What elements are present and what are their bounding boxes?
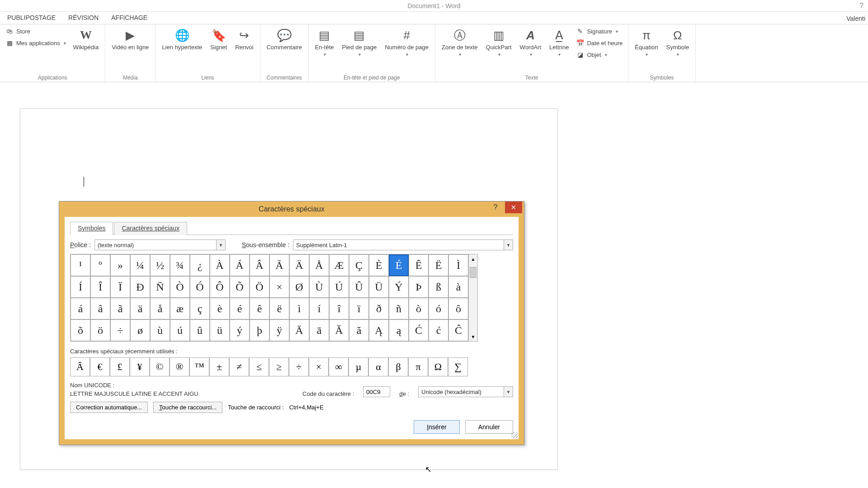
char-cell[interactable]: ã (110, 298, 130, 319)
char-cell[interactable]: Þ (409, 276, 429, 298)
recent-char-cell[interactable]: ¥ (130, 357, 150, 376)
char-cell[interactable]: á (71, 298, 90, 319)
dropcap-button[interactable]: A̲ Lettrine (547, 26, 571, 58)
char-cell[interactable]: Ê (409, 254, 429, 276)
recent-char-cell[interactable]: ™ (189, 357, 209, 376)
char-cell[interactable]: ñ (389, 298, 409, 319)
char-cell[interactable]: É (389, 254, 409, 276)
recent-char-cell[interactable]: € (90, 357, 110, 376)
char-cell[interactable]: Ý (389, 276, 409, 298)
recent-char-cell[interactable]: α (368, 357, 388, 376)
comment-button[interactable]: 💬 Commentaire (264, 26, 305, 52)
recent-char-cell[interactable]: ∑ (448, 357, 468, 376)
char-cell[interactable]: Å (309, 254, 329, 276)
recent-char-cell[interactable]: Â (70, 357, 90, 376)
char-cell[interactable]: ā (309, 319, 329, 341)
autocorrect-button[interactable]: Correction automatique... (70, 402, 148, 413)
recent-char-cell[interactable]: ∞ (329, 357, 349, 376)
char-cell[interactable]: ¿ (190, 254, 210, 276)
char-cell[interactable]: Ù (309, 276, 329, 298)
char-cell[interactable]: ¼ (130, 254, 150, 276)
char-cell[interactable]: é (230, 298, 250, 319)
datetime-button[interactable]: 📅Date et heure (574, 38, 624, 48)
tab-affichage[interactable]: AFFICHAGE (105, 12, 154, 24)
char-cell[interactable]: þ (250, 319, 269, 341)
char-cell[interactable]: Û (349, 276, 369, 298)
char-cell[interactable]: ø (130, 319, 150, 341)
from-combo[interactable]: Unicode (hexadécimal) ▼ (418, 386, 513, 397)
store-button[interactable]: 🛍Store (4, 26, 68, 36)
char-cell[interactable]: Ã (269, 254, 289, 276)
chevron-down-icon[interactable]: ▼ (216, 240, 225, 250)
char-cell[interactable]: è (210, 298, 230, 319)
char-cell[interactable]: ą (389, 319, 409, 341)
recent-char-cell[interactable]: π (408, 357, 428, 376)
dialog-titlebar[interactable]: Caractères spéciaux ? ✕ (59, 202, 524, 217)
tab-symbols[interactable]: Symboles (70, 222, 113, 235)
char-cell[interactable]: ¾ (170, 254, 190, 276)
recent-char-cell[interactable]: × (309, 357, 329, 376)
char-cell[interactable]: ç (190, 298, 210, 319)
char-cell[interactable]: Ó (190, 276, 210, 298)
dialog-help-button[interactable]: ? (487, 202, 504, 213)
recent-char-cell[interactable]: ≥ (269, 357, 289, 376)
char-cell[interactable]: æ (170, 298, 190, 319)
char-cell[interactable]: Ø (289, 276, 309, 298)
pagenum-button[interactable]: # Numéro de page (382, 26, 431, 58)
char-cell[interactable]: ü (210, 319, 230, 341)
header-button[interactable]: ▤ En-tête (312, 26, 337, 58)
char-cell[interactable]: Ì (448, 254, 468, 276)
char-cell[interactable]: » (110, 254, 130, 276)
char-cell[interactable]: å (150, 298, 170, 319)
insert-button[interactable]: Insérer (414, 420, 460, 434)
grid-scrollbar[interactable]: ▲ ▼ (469, 254, 478, 342)
video-online-button[interactable]: ▶ Vidéo en ligne (109, 26, 151, 52)
equation-button[interactable]: π Équation (632, 26, 660, 58)
footer-button[interactable]: ▤ Pied de page (340, 26, 380, 58)
char-cell[interactable]: ò (409, 298, 429, 319)
char-cell[interactable]: ë (269, 298, 289, 319)
char-cell[interactable]: ă (349, 319, 369, 341)
char-cell[interactable]: Ć (409, 319, 429, 341)
char-cell[interactable]: í (309, 298, 329, 319)
char-cell[interactable]: ô (448, 298, 468, 319)
bookmark-button[interactable]: 🔖 Signet (208, 26, 230, 52)
object-button[interactable]: ◪Objet (574, 50, 624, 60)
char-cell[interactable]: Ü (369, 276, 389, 298)
myapps-button[interactable]: ▦Mes applications (4, 38, 68, 48)
char-cell[interactable]: ì (289, 298, 309, 319)
char-cell[interactable]: Ô (210, 276, 230, 298)
wikipedia-button[interactable]: W Wikipédia (71, 26, 101, 52)
char-cell[interactable]: õ (71, 319, 90, 341)
char-cell[interactable]: ù (150, 319, 170, 341)
shortcut-key-button[interactable]: Touche de raccourci... (153, 402, 222, 413)
char-cell[interactable]: ï (349, 298, 369, 319)
recent-char-cell[interactable]: µ (349, 357, 368, 376)
char-cell[interactable]: ó (429, 298, 448, 319)
char-cell[interactable]: ú (170, 319, 190, 341)
char-cell[interactable]: È (369, 254, 389, 276)
char-cell[interactable]: û (190, 319, 210, 341)
recent-char-cell[interactable]: £ (110, 357, 130, 376)
char-cell[interactable]: Ö (250, 276, 269, 298)
char-cell[interactable]: ½ (150, 254, 170, 276)
char-cell[interactable]: Â (250, 254, 269, 276)
char-cell[interactable]: × (269, 276, 289, 298)
char-cell[interactable]: ÷ (110, 319, 130, 341)
char-cell[interactable]: Ñ (150, 276, 170, 298)
char-cell[interactable]: º (90, 254, 110, 276)
char-cell[interactable]: Ĉ (448, 319, 468, 341)
recent-char-cell[interactable]: ÷ (289, 357, 309, 376)
tab-special-chars[interactable]: Caractères spéciaux (114, 222, 187, 235)
char-cell[interactable]: À (210, 254, 230, 276)
char-cell[interactable]: ý (230, 319, 250, 341)
char-cell[interactable]: Ā (289, 319, 309, 341)
recent-char-cell[interactable]: β (388, 357, 408, 376)
char-cell[interactable]: Á (230, 254, 250, 276)
char-cell[interactable]: Ð (130, 276, 150, 298)
char-cell[interactable]: ê (250, 298, 269, 319)
tab-revision[interactable]: RÉVISION (62, 12, 105, 24)
char-cell[interactable]: ß (429, 276, 448, 298)
scroll-thumb[interactable] (470, 267, 476, 278)
char-cell[interactable]: ć (429, 319, 448, 341)
